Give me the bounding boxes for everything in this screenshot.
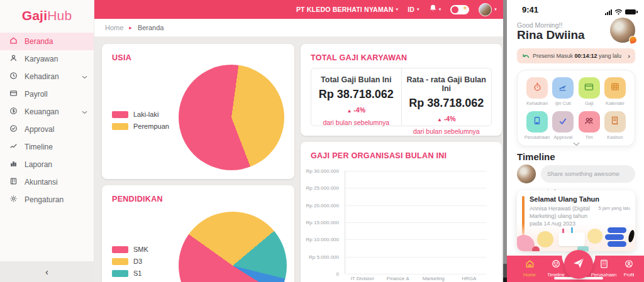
money-icon (9, 107, 18, 117)
nav-home[interactable]: Home (517, 259, 542, 278)
sidebar: GajiHub Beranda Karyawan Kehadiran (0, 0, 94, 282)
vertical-scrollbar[interactable] (503, 0, 507, 282)
check-icon (558, 116, 567, 127)
check-circle-icon (9, 124, 18, 134)
status-time: 9:41 (522, 5, 538, 14)
legend-item: S1 (112, 269, 148, 277)
tile-approval[interactable]: Approval (551, 111, 575, 140)
clock-icon (9, 72, 18, 82)
chevron-right-icon: › (628, 52, 630, 60)
breadcrumb-home[interactable]: Home (105, 24, 123, 31)
paper-plane-icon (572, 257, 585, 272)
caret-icon: ▾ (396, 7, 398, 12)
caret-icon: ▾ (417, 7, 419, 12)
bar-plot (345, 171, 487, 274)
notifications-button[interactable]: ▾ (429, 4, 441, 15)
sidebar-item-beranda[interactable]: Beranda (0, 33, 94, 50)
ledger-icon (9, 177, 18, 187)
bell-icon (429, 4, 437, 15)
sidebar-item-akuntansi[interactable]: Akuntansi (0, 173, 94, 191)
screen: GajiHub Beranda Karyawan Kehadiran (0, 0, 644, 282)
birthday-post-card[interactable]: Selamat Ulang Tahun 5 jam yang lalu Anni… (517, 190, 635, 251)
tile-gaji[interactable]: Gaji (577, 77, 601, 106)
sidebar-item-kehadiran[interactable]: Kehadiran (0, 68, 94, 85)
legend-swatch (112, 246, 128, 253)
language-selector[interactable]: ID▾ (408, 6, 419, 13)
sidebar-item-laporan[interactable]: Laporan (0, 156, 94, 173)
gaji-organisasi-card: GAJI PER ORGANISASI BULAN INI Rp 30.000.… (301, 142, 502, 282)
gear-icon (9, 195, 18, 205)
tile-perusahaan[interactable]: Perusahaan (525, 111, 549, 140)
sidebar-menu: Beranda Karyawan Kehadiran Payroll (0, 33, 94, 209)
legend-swatch (112, 111, 128, 118)
logo-light: Hub (47, 8, 72, 23)
card-icon (584, 82, 594, 94)
total-gaji-stats: Total Gaji Bulan Ini Rp 38.718.062 ▲-4% … (311, 68, 492, 126)
breadcrumb-current: Beranda (138, 24, 164, 31)
sun-icon: ☀ (462, 5, 467, 11)
tile-tim[interactable]: Tim (577, 111, 601, 140)
sidebar-item-payroll[interactable]: Payroll (0, 85, 94, 103)
team-icon (584, 116, 594, 127)
legend-item: SMK (112, 246, 148, 253)
pendidikan-card: PENDIDIKAN SMK D3 S1 S2 (102, 185, 294, 282)
stat-rata-rata: Rata - rata Gaji Bulan Ini Rp 38.718.062… (401, 68, 492, 126)
streak-flame-icon (628, 35, 638, 45)
sidebar-collapse-button[interactable]: ‹ (0, 261, 94, 282)
sidebar-item-keuangan[interactable]: Keuangan (0, 103, 94, 121)
app-logo: GajiHub (0, 0, 94, 23)
caret-icon: ▾ (439, 7, 441, 12)
legend-swatch (112, 270, 128, 277)
breadcrumb-arrow-icon: ▸ (129, 24, 132, 31)
signal-icon (605, 9, 612, 15)
sidebar-item-pengaturan[interactable]: Pengaturan (0, 191, 94, 209)
tile-kalender[interactable]: Kalender (603, 77, 627, 106)
pendidikan-title: PENDIDIKAN (112, 195, 163, 203)
legend-item: Laki-laki (112, 111, 169, 118)
tile-kasbon[interactable]: Kasbon (603, 111, 627, 140)
nav-profil[interactable]: Profil (618, 259, 640, 278)
gaji-organisasi-title: GAJI PER ORGANISASI BULAN INI (311, 151, 447, 160)
chevron-down-icon (82, 72, 87, 81)
breadcrumb: Home ▸ Beranda (94, 19, 507, 37)
mobile-app: 9:41 Good Morning!! Rina Dwiina Presensi… (507, 0, 644, 282)
expand-menu-button[interactable] (525, 141, 627, 148)
total-gaji-title: TOTAL GAJI KARYAWAN (311, 53, 407, 62)
theme-toggle[interactable]: ☀ (450, 5, 469, 14)
bar-yaxis: Rp 30.000.000Rp 25.000.000Rp 20.000.000R… (304, 171, 341, 274)
users-icon (9, 54, 18, 64)
birthday-image (517, 224, 635, 251)
tile-ijin-cuti[interactable]: Ijin Cuti (551, 77, 575, 106)
pendidikan-legend: SMK D3 S1 S2 (112, 246, 148, 282)
profile-icon (625, 259, 633, 271)
toggle-knob (452, 6, 458, 13)
smiley-icon (552, 259, 560, 271)
battery-icon (625, 9, 636, 15)
user-avatar[interactable] (610, 18, 635, 43)
presensi-banner[interactable]: Presensi Masuk 00:14:12 yang lalu › (517, 48, 635, 63)
plane-icon (558, 82, 568, 94)
sidebar-item-karyawan[interactable]: Karyawan (0, 50, 94, 68)
timeline-heading: Timeline (517, 151, 555, 162)
calendar-icon (611, 82, 619, 94)
logo-bold: Gaji (22, 8, 47, 23)
bar-series (345, 171, 487, 274)
legend-item: Perempuan (112, 122, 169, 130)
nav-perusahaan[interactable]: Perusahaan (589, 259, 619, 278)
clock-in-icon (522, 50, 530, 62)
profile-menu[interactable]: ▾ (479, 3, 497, 16)
home-icon (525, 259, 535, 271)
sidebar-item-approval[interactable]: Approval (0, 121, 94, 138)
triangle-up-icon: ▲ (437, 117, 442, 122)
share-input[interactable]: Share something awesome today (541, 165, 635, 183)
share-row: Share something awesome today (517, 165, 635, 183)
status-icons (605, 6, 636, 18)
collapse-icon: ‹ (45, 266, 48, 277)
cake-graphic (558, 232, 585, 246)
legend-swatch (112, 123, 128, 130)
sidebar-item-timeline[interactable]: Timeline (0, 138, 94, 156)
company-selector[interactable]: PT KLEDO BERHATI NYAMAN▾ (296, 6, 398, 13)
receipt-icon (611, 116, 619, 127)
compose-post-button[interactable] (564, 250, 593, 279)
tile-kehadiran[interactable]: Kehadiran (525, 77, 549, 106)
